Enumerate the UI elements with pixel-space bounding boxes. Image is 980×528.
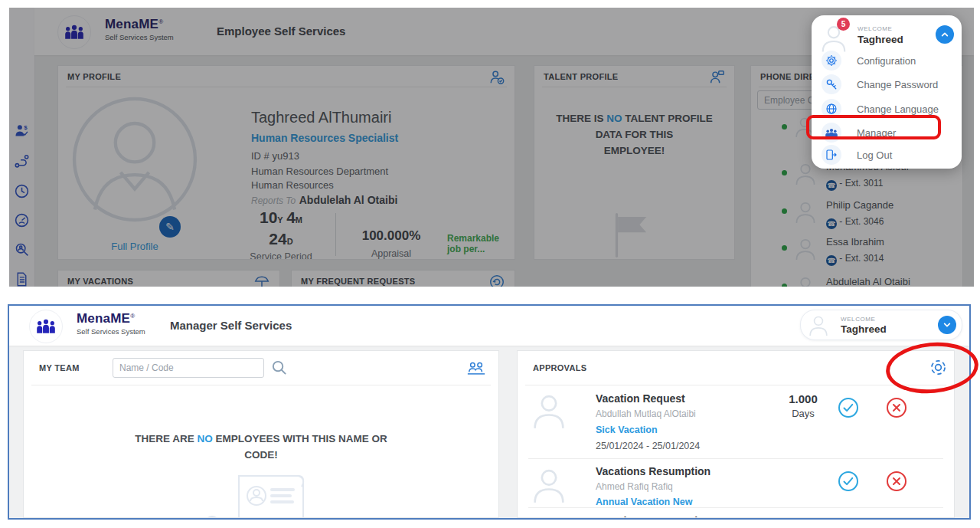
approvals-header-divider [525, 385, 946, 385]
user-avatar [806, 313, 831, 337]
team-header-divider [31, 385, 491, 385]
my-team-panel: MY TEAM THERE ARE NO EMPLOYEES WITH THIS… [23, 350, 499, 518]
collapse-menu-button[interactable] [936, 25, 954, 44]
user-menu-pill[interactable]: WELCOME Taghreed [800, 310, 962, 340]
welcome-label: WELCOME [858, 25, 893, 32]
reject-button[interactable] [886, 471, 907, 492]
approval-row: Vacations Resumption [518, 510, 954, 518]
approval-employee: Ahmed Rafiq Rafiq [596, 481, 673, 492]
user-menu-dropdown: 5 WELCOME Taghreed Configuration Change … [812, 15, 962, 169]
page-title: Manager Self Services [170, 319, 292, 332]
welcome-username: Taghreed [841, 323, 887, 335]
row-divider [528, 507, 943, 508]
welcome-username: Taghreed [858, 34, 903, 45]
approval-title: Vacations Resumption [596, 465, 710, 477]
approve-button[interactable] [838, 397, 859, 418]
app-header: MenaME® Self Services System Manager Sel… [9, 306, 969, 346]
empty-team-illustration [197, 470, 327, 518]
brand-reg: ® [130, 313, 135, 320]
chevron-up-icon [939, 28, 951, 41]
team-empty-no: NO [198, 433, 213, 444]
menu-item-change-password[interactable]: Change Password [812, 74, 962, 95]
reject-button[interactable] [886, 397, 907, 418]
approvals-header: APPROVALS [533, 363, 586, 372]
team-search-input[interactable] [113, 358, 264, 378]
approval-type-link[interactable]: Sick Vacation [596, 425, 658, 435]
logo-people-icon [35, 319, 57, 334]
approval-type-link[interactable]: Annual Vacation New [596, 497, 692, 507]
approval-quantity: 1.000 Days [778, 392, 828, 419]
annotation-rectangle-manager [806, 115, 941, 139]
welcome-label: WELCOME [841, 316, 876, 323]
team-empty-message: THERE ARE NO EMPLOYEES WITH THIS NAME OR… [39, 431, 483, 463]
brand-name: MenaME [77, 311, 130, 326]
approve-button[interactable] [838, 471, 859, 492]
team-org-icon[interactable] [466, 360, 486, 376]
row-divider [528, 458, 943, 459]
approval-row: Vacations Resumption Ahmed Rafiq Rafiq A… [518, 461, 954, 505]
mename-logo[interactable] [29, 310, 63, 343]
menu-item-log-out[interactable]: Log Out [812, 144, 962, 166]
approval-dates: 25/01/2024 - 25/01/2024 [596, 441, 700, 451]
chevron-down-icon [941, 319, 953, 331]
approval-row: Vacation Request Abdullah Mutlaq AlOtaib… [518, 386, 954, 457]
requester-avatar [528, 513, 570, 518]
logout-icon [822, 145, 841, 165]
search-icon[interactable] [270, 359, 288, 376]
brand-tagline: Self Services System [77, 327, 145, 336]
requester-avatar [528, 464, 570, 505]
menu-item-configuration[interactable]: Configuration [812, 50, 962, 71]
expand-menu-button[interactable] [938, 316, 956, 334]
gear-icon [822, 51, 841, 71]
notification-badge[interactable]: 5 [837, 18, 850, 31]
requester-avatar [528, 389, 570, 431]
key-icon [822, 74, 841, 94]
my-team-header: MY TEAM [39, 363, 80, 372]
employee-self-services-screenshot: MenaME® Self Services System Employee Se… [9, 8, 974, 287]
approval-employee: Abdullah Mutlaq AlOtaibi [596, 408, 696, 419]
approval-title: Vacation Request [596, 392, 685, 405]
approval-title: Vacations Resumption [596, 515, 710, 518]
manager-self-services-screenshot: MenaME® Self Services System Manager Sel… [8, 304, 971, 520]
